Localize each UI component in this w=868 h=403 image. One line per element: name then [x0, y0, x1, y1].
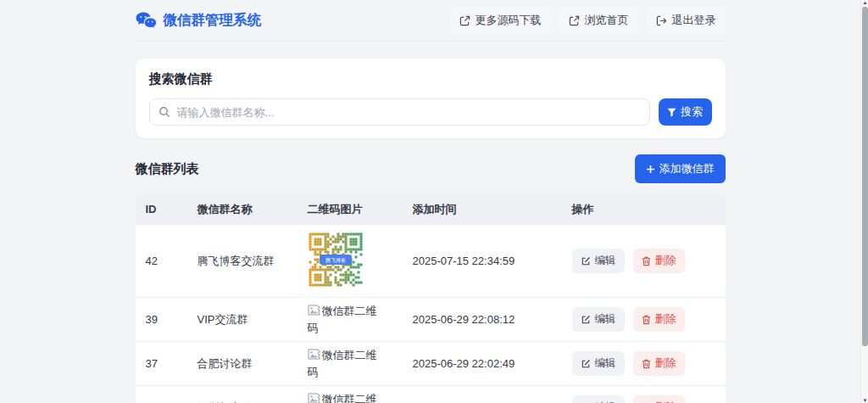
edit-pencil-icon [581, 315, 591, 325]
row-actions: 编辑 删除 [572, 307, 726, 332]
page: 微信群管理系统 更多源码下载 [0, 0, 860, 403]
plus-icon [646, 165, 655, 174]
scrollbar-down-arrow[interactable]: ▼ [861, 398, 868, 403]
edit-button[interactable]: 编辑 [572, 395, 625, 403]
table-row: 39 VIP交流群 微信群二维码 2025-06-29 22:08:12 编辑 [136, 298, 726, 342]
edit-button-label: 编辑 [595, 254, 616, 268]
search-button[interactable]: 搜索 [659, 98, 712, 126]
column-header-actions: 操作 [572, 202, 726, 217]
header-nav: 更多源码下载 浏览首页 [450, 7, 726, 34]
trash-icon [642, 256, 651, 266]
row-actions: 编辑 删除 [572, 395, 726, 403]
row-added-time: 2025-06-29 22:02:49 [413, 357, 572, 370]
search-icon [159, 106, 170, 118]
row-name: 深圳相亲群 [198, 400, 308, 403]
row-qr-cell: 微信群二维码 [308, 342, 413, 385]
nav-link-label: 浏览首页 [585, 13, 629, 28]
row-name: VIP交流群 [198, 312, 308, 327]
column-header-name: 微信群名称 [198, 202, 308, 217]
row-id: 42 [146, 255, 198, 267]
nav-more-source-download[interactable]: 更多源码下载 [450, 7, 551, 34]
list-title: 微信群列表 [136, 161, 199, 177]
delete-button[interactable]: 删除 [633, 249, 685, 273]
row-id: 39 [146, 313, 198, 326]
search-input-wrap [149, 98, 650, 126]
nav-logout[interactable]: 退出登录 [647, 7, 726, 34]
edit-pencil-icon [581, 359, 591, 369]
row-actions: 编辑 删除 [572, 249, 726, 273]
nav-browse-home[interactable]: 浏览首页 [559, 7, 638, 34]
add-group-button-label: 添加微信群 [659, 161, 715, 176]
column-header-added: 添加时间 [413, 202, 572, 217]
delete-button-label: 删除 [655, 312, 676, 327]
row-id: 37 [146, 357, 198, 370]
row-qr-cell: 微信群二维码 [308, 386, 413, 403]
table-body: 42 腾飞博客交流群 腾飞博客 2025-07-15 22:34:59 编辑 [136, 225, 726, 403]
row-added-time: 2025-06-29 22:08:12 [413, 313, 572, 326]
table-row: 5 深圳相亲群 微信群二维码 2025-06-23 10:08:42 编辑 [136, 386, 726, 403]
logout-icon [656, 15, 667, 26]
column-header-id: ID [146, 203, 198, 215]
search-input[interactable] [177, 106, 641, 119]
app-title: 微信群管理系统 [164, 11, 262, 30]
edit-button-label: 编辑 [595, 356, 616, 371]
row-qr-cell: 腾飞博客 [308, 225, 413, 297]
column-header-qr: 二维码图片 [308, 202, 413, 217]
trash-icon [642, 359, 651, 369]
app-logo[interactable]: 微信群管理系统 [136, 11, 262, 30]
delete-button-label: 删除 [655, 254, 676, 268]
external-link-icon [569, 15, 580, 26]
list-header: 微信群列表 添加微信群 [136, 154, 726, 183]
broken-image-placeholder: 微信群二维码 [308, 303, 387, 336]
table-row: 42 腾飞博客交流群 腾飞博客 2025-07-15 22:34:59 编辑 [136, 225, 726, 298]
broken-image-placeholder: 微信群二维码 [308, 391, 387, 403]
nav-link-label: 更多源码下载 [476, 13, 542, 28]
scrollbar-thumb[interactable] [862, 7, 868, 346]
row-qr-cell: 微信群二维码 [308, 298, 413, 341]
row-added-time: 2025-07-15 22:34:59 [413, 255, 572, 267]
search-row: 搜索 [149, 98, 712, 126]
edit-pencil-icon [581, 256, 591, 266]
main-container: 微信群管理系统 更多源码下载 [136, 0, 726, 403]
delete-button[interactable]: 删除 [633, 395, 685, 403]
table-row: 37 合肥讨论群 微信群二维码 2025-06-29 22:02:49 编辑 [136, 342, 726, 386]
delete-button[interactable]: 删除 [633, 351, 685, 376]
row-name: 合肥讨论群 [198, 356, 308, 372]
edit-button-label: 编辑 [595, 312, 616, 327]
qr-badge-text: 腾飞博客 [326, 257, 346, 264]
scrollbar[interactable]: ▲ ▼ [860, 0, 868, 403]
groups-table: ID 微信群名称 二维码图片 添加时间 操作 42 腾飞博客交流群 腾飞博客 2… [136, 193, 726, 403]
search-card-title: 搜索微信群 [149, 71, 712, 87]
row-actions: 编辑 删除 [572, 351, 726, 376]
search-card: 搜索微信群 [136, 59, 726, 138]
row-name: 腾飞博客交流群 [198, 254, 308, 269]
edit-button[interactable]: 编辑 [572, 351, 625, 376]
table-header-row: ID 微信群名称 二维码图片 添加时间 操作 [136, 193, 726, 225]
broken-image-icon [308, 393, 320, 403]
search-button-label: 搜索 [681, 104, 703, 120]
trash-icon [642, 315, 651, 325]
delete-button[interactable]: 删除 [633, 307, 685, 332]
edit-button[interactable]: 编辑 [572, 307, 625, 332]
wechat-comments-icon [136, 12, 157, 29]
external-link-icon [459, 15, 470, 26]
add-group-button[interactable]: 添加微信群 [635, 154, 726, 183]
qr-code-image: 腾飞博客 [308, 230, 364, 289]
edit-button[interactable]: 编辑 [572, 249, 625, 273]
broken-image-icon [308, 349, 320, 360]
delete-button-label: 删除 [655, 356, 676, 371]
filter-funnel-icon [667, 108, 676, 117]
nav-link-label: 退出登录 [672, 13, 716, 28]
scrollbar-up-arrow[interactable]: ▲ [861, 0, 868, 6]
app-header: 微信群管理系统 更多源码下载 [136, 0, 726, 42]
broken-image-placeholder: 微信群二维码 [308, 347, 387, 380]
broken-image-icon [308, 305, 320, 316]
